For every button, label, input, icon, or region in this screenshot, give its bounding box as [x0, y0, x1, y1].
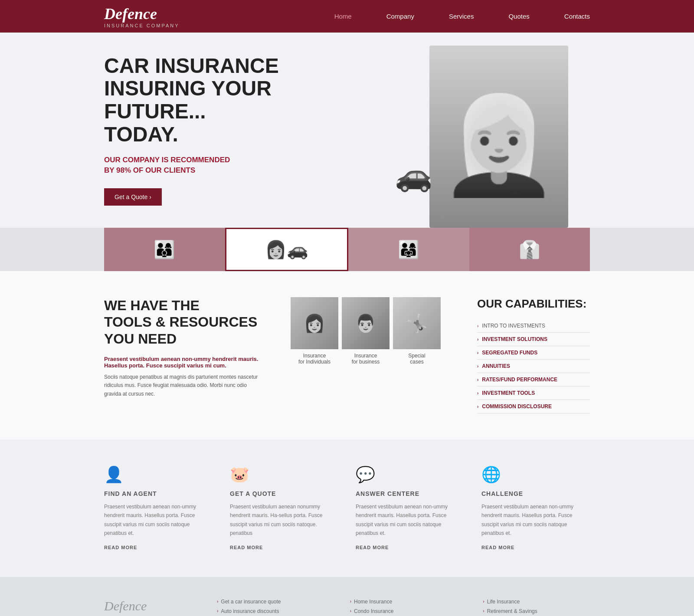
logo: Defence INSURANCE COMPANY — [104, 5, 180, 28]
nav-services[interactable]: Services — [449, 13, 474, 20]
person-icon: 👤 — [104, 465, 213, 484]
insurance-img-business: 👨 — [342, 297, 390, 349]
cap-item-intro[interactable]: › INTRO TO INVESTMENTS — [477, 319, 590, 333]
insurance-images-row: 👩 👨 🤸 — [291, 297, 451, 349]
cap-label: RATES/FUND PERFORMANCE — [482, 377, 557, 383]
thumb-1[interactable]: 👨‍👩‍👦 — [104, 228, 225, 271]
chevron-icon: › — [477, 404, 478, 409]
feature-find-agent: 👤 FIND AN AGENT Praesent vestibulum aene… — [104, 465, 213, 551]
footer-col-1: ›Get a car insurance quote ›Auto insuran… — [217, 599, 324, 616]
piggy-icon: 🐷 — [230, 465, 338, 484]
capabilities-list: › INTRO TO INVESTMENTS › INVESTMENT SOLU… — [477, 319, 590, 413]
main-nav: Home Company Services Quotes Contacts — [334, 13, 590, 20]
footer: Defence © 2013 | PRIVACY POLICY ›Get a c… — [0, 577, 694, 616]
tools-text-bold: Praesent vestibulum aenean non-ummy hend… — [104, 356, 265, 369]
chat-icon: 💬 — [356, 465, 464, 484]
feature-text-agent: Praesent vestibulum aenean non-ummy hend… — [104, 502, 213, 538]
thumb-image-2: 👩🚗 — [226, 229, 347, 270]
thumb-image-3: 👨‍👩‍👧 — [348, 228, 469, 271]
cap-label: INVESTMENT SOLUTIONS — [482, 336, 547, 342]
main-section: WE HAVE THETOOLS & RESOURCESYOU NEED Pra… — [0, 271, 694, 439]
nav-contacts[interactable]: Contacts — [564, 13, 590, 20]
insurance-images-column: 👩 👨 🤸 Insurancefor Individuals Insurance… — [291, 297, 451, 413]
tools-text: Sociis natoque penatibus at magnis dis p… — [104, 373, 265, 398]
chevron-icon: › — [477, 324, 478, 328]
feature-text-challenge: Praesent vestibulum aenean non-ummy hend… — [481, 502, 590, 538]
nav-company[interactable]: Company — [386, 13, 414, 20]
logo-name: Defence — [104, 5, 180, 23]
chevron-icon: › — [477, 364, 478, 369]
get-quote-button[interactable]: Get a Quote › — [104, 188, 162, 206]
footer-item-auto-discount: ›Auto insurance discounts — [217, 608, 324, 614]
ins-label-individuals: Insurancefor Individuals — [291, 353, 338, 365]
thumbnail-strip: 👨‍👩‍👦 👩🚗 👨‍👩‍👧 👔 — [0, 228, 694, 271]
chevron-icon: › — [477, 351, 478, 355]
thumb-2[interactable]: 👩🚗 — [225, 228, 349, 271]
ins-label-business: Insurancefor business — [342, 353, 390, 365]
cap-item-tools[interactable]: › INVESTMENT TOOLS — [477, 387, 590, 400]
footer-item-condo-ins: ›Condo Insurance — [350, 608, 457, 614]
thumb-image-1: 👨‍👩‍👦 — [104, 228, 225, 271]
feature-link-answer[interactable]: READ MORE — [356, 545, 389, 550]
hero-title: CAR INSURANCEINSURING YOUR FUTURE...TODA… — [104, 55, 330, 146]
tools-column: WE HAVE THETOOLS & RESOURCESYOU NEED Pra… — [104, 297, 265, 413]
chevron-icon: › — [350, 609, 351, 613]
footer-logo-name: Defence — [104, 599, 191, 613]
feature-link-quote[interactable]: READ MORE — [230, 545, 263, 550]
insurance-labels: Insurancefor Individuals Insurancefor bu… — [291, 353, 451, 365]
chevron-icon: › — [477, 377, 478, 382]
footer-item-home-ins: ›Home Insurance — [350, 599, 457, 605]
hero-section: CAR INSURANCEINSURING YOUR FUTURE...TODA… — [0, 33, 694, 228]
hero-image-area: 👱‍♀️ 🚗 — [356, 33, 607, 228]
capabilities-column: OUR CAPABILITIES: › INTRO TO INVESTMENTS… — [477, 297, 590, 413]
chevron-icon: › — [350, 599, 351, 604]
features-section: 👤 FIND AN AGENT Praesent vestibulum aene… — [0, 439, 694, 577]
feature-answer-center: 💬 ANSWER CENTERE Praesent vestibulum aen… — [356, 465, 464, 551]
feature-title-challenge: CHALLENGE — [481, 490, 590, 497]
cap-label: ANNUITIES — [482, 363, 510, 369]
header: Defence INSURANCE COMPANY Home Company S… — [0, 0, 694, 33]
cap-item-commission[interactable]: › COMMISSION DISCLOSURE — [477, 400, 590, 413]
chevron-icon: › — [477, 337, 478, 342]
feature-link-challenge[interactable]: READ MORE — [481, 545, 514, 550]
chevron-icon: › — [217, 599, 218, 604]
thumb-3[interactable]: 👨‍👩‍👧 — [348, 228, 469, 271]
feature-title-answer: ANSWER CENTERE — [356, 490, 464, 497]
chevron-icon: › — [477, 391, 478, 396]
hero-subtitle: OUR COMPANY IS RECOMMENDEDBY 98% OF OUR … — [104, 155, 330, 176]
footer-logo-area: Defence © 2013 | PRIVACY POLICY — [104, 599, 191, 616]
ins-label-special: Specialcases — [393, 353, 441, 365]
footer-list-3: ›Life Insurance ›Retirement & Savings ›S… — [483, 599, 590, 616]
hero-content: CAR INSURANCEINSURING YOUR FUTURE...TODA… — [104, 55, 330, 206]
footer-col-3: ›Life Insurance ›Retirement & Savings ›S… — [483, 599, 590, 616]
capabilities-heading: OUR CAPABILITIES: — [477, 297, 590, 311]
chevron-icon: › — [217, 609, 218, 613]
cap-item-funds[interactable]: › SEGREGATED FUNDS — [477, 346, 590, 360]
feature-link-agent[interactable]: READ MORE — [104, 545, 137, 550]
nav-quotes[interactable]: Quotes — [508, 13, 529, 20]
footer-list-2: ›Home Insurance ›Condo Insurance ›Renter… — [350, 599, 457, 616]
cap-item-annuities[interactable]: › ANNUITIES — [477, 360, 590, 373]
insurance-img-special: 🤸 — [393, 297, 441, 349]
feature-title-quote: GET A QUOTE — [230, 490, 338, 497]
feature-title-agent: FIND AN AGENT — [104, 490, 213, 497]
footer-item-life-ins: ›Life Insurance — [483, 599, 590, 605]
feature-challenge: 🌐 CHALLENGE Praesent vestibulum aenean n… — [481, 465, 590, 551]
tools-heading: WE HAVE THETOOLS & RESOURCESYOU NEED — [104, 297, 265, 347]
footer-item-retirement: ›Retirement & Savings — [483, 608, 590, 614]
footer-list-1: ›Get a car insurance quote ›Auto insuran… — [217, 599, 324, 616]
cap-item-solutions[interactable]: › INVESTMENT SOLUTIONS — [477, 333, 590, 346]
cap-label: INTRO TO INVESTMENTS — [482, 323, 545, 329]
feature-text-quote: Praesent vestibulum aenean nonummy hendr… — [230, 502, 338, 538]
cap-item-rates[interactable]: › RATES/FUND PERFORMANCE — [477, 373, 590, 387]
thumb-4[interactable]: 👔 — [469, 228, 590, 271]
globe-icon: 🌐 — [481, 465, 590, 484]
cap-label: COMMISSION DISCLOSURE — [482, 403, 552, 410]
footer-item-car-quote: ›Get a car insurance quote — [217, 599, 324, 605]
footer-col-2: ›Home Insurance ›Condo Insurance ›Renter… — [350, 599, 457, 616]
cap-label: SEGREGATED FUNDS — [482, 350, 537, 356]
nav-home[interactable]: Home — [334, 13, 352, 20]
insurance-img-individuals: 👩 — [291, 297, 338, 349]
logo-sub: INSURANCE COMPANY — [104, 23, 180, 28]
thumb-image-4: 👔 — [469, 228, 590, 271]
